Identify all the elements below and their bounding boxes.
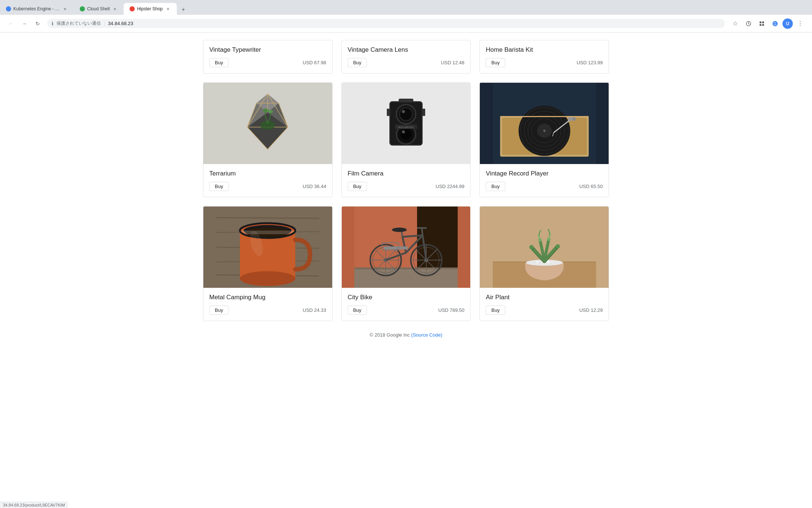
product-name-vintage-typewriter: Vintage Typewriter <box>209 46 326 54</box>
product-info-mug: Metal Camping Mug Buy USD 24.33 <box>203 288 332 321</box>
url-text: 34.84.68.23 <box>108 21 133 26</box>
svg-point-21 <box>263 109 269 112</box>
tab-close-shop[interactable]: ✕ <box>165 6 171 12</box>
product-name-terrarium: Terrarium <box>209 170 326 177</box>
product-footer-plant: Buy USD 12.29 <box>486 306 603 315</box>
svg-point-107 <box>539 262 541 264</box>
back-button[interactable]: ← <box>6 18 16 29</box>
buy-button-home-barista-kit[interactable]: Buy <box>486 58 505 67</box>
price-home-barista-kit: USD 123.99 <box>577 60 603 65</box>
tab-title-shop: Hipster Shop <box>137 6 162 11</box>
svg-text:ROLLEIFLEX: ROLLEIFLEX <box>398 126 414 129</box>
product-card-vintage-typewriter: Vintage Typewriter Buy USD 67.98 <box>203 40 333 74</box>
tab-title-k8s: Kubernetes Engine - My Proje... <box>13 6 60 11</box>
svg-point-110 <box>529 245 534 249</box>
page-content: Vintage Typewriter Buy USD 67.98 Vintage… <box>0 33 812 508</box>
copyright-text: © 2018 Google Inc <box>370 332 410 338</box>
product-name-mug: Metal Camping Mug <box>209 294 326 301</box>
extension-button-3[interactable]: G <box>769 18 781 30</box>
product-card-metal-camping-mug: Metal Camping Mug Buy USD 24.33 <box>203 206 333 321</box>
tab-hipster-shop[interactable]: Hipster Shop ✕ <box>124 3 176 15</box>
menu-button[interactable]: ⋮ <box>794 18 806 30</box>
svg-rect-71 <box>354 267 458 288</box>
air-plant-image <box>493 207 596 288</box>
tab-title-cloud: Cloud Shell <box>87 6 110 11</box>
product-footer-vintage-camera-lens: Buy USD 12.48 <box>348 58 465 67</box>
source-code-link[interactable]: (Source Code) <box>411 332 443 338</box>
buy-button-plant[interactable]: Buy <box>486 306 505 315</box>
product-name-vintage-camera-lens: Vintage Camera Lens <box>348 46 465 54</box>
buy-button-vintage-typewriter[interactable]: Buy <box>209 58 228 67</box>
svg-rect-36 <box>423 109 425 116</box>
product-footer-record-player: Buy USD 65.50 <box>486 182 603 191</box>
product-info-record-player: Vintage Record Player Buy USD 65.50 <box>480 164 609 197</box>
tab-close-k8s[interactable]: ✕ <box>62 6 68 12</box>
product-footer-mug: Buy USD 24.33 <box>209 306 326 315</box>
bookmark-button[interactable]: ☆ <box>729 18 741 30</box>
svg-point-49 <box>543 130 546 132</box>
product-info-home-barista-kit: Home Barista Kit Buy USD 123.99 <box>480 40 609 73</box>
tab-favicon-cloud <box>80 6 85 11</box>
svg-point-63 <box>240 271 295 286</box>
extension-button-1[interactable] <box>743 18 754 30</box>
product-info-vintage-camera-lens: Vintage Camera Lens Buy USD 12.48 <box>342 40 471 73</box>
product-card-city-bike: City Bike Buy USD 789.50 <box>341 206 471 321</box>
extension-button-2[interactable] <box>756 18 768 30</box>
tab-kubernetes[interactable]: Kubernetes Engine - My Proje... ✕ <box>0 3 74 15</box>
nav-buttons: ← → ↻ <box>6 18 43 29</box>
product-info-film-camera: Film Camera Buy USD 2244.99 <box>342 164 471 197</box>
svg-point-22 <box>268 110 273 113</box>
product-name-film-camera: Film Camera <box>348 170 465 177</box>
svg-point-34 <box>402 130 405 133</box>
price-film-camera: USD 2244.99 <box>436 184 464 189</box>
product-card-air-plant: Air Plant Buy USD 12.29 <box>479 206 609 321</box>
product-name-plant: Air Plant <box>486 294 603 301</box>
tab-cloud-shell[interactable]: Cloud Shell ✕ <box>74 3 124 15</box>
buy-button-film-camera[interactable]: Buy <box>348 182 367 191</box>
svg-point-111 <box>555 244 560 249</box>
user-avatar[interactable]: U <box>782 18 793 29</box>
url-bar[interactable]: ℹ 保護されていない通信 | 34.84.68.23 <box>47 19 725 28</box>
product-info-plant: Air Plant Buy USD 12.29 <box>480 288 609 321</box>
reload-button[interactable]: ↻ <box>32 18 43 29</box>
status-url: 34.84.68.23/product/L9ECAV7KIM <box>3 503 65 507</box>
mug-image <box>216 207 319 288</box>
product-footer-home-barista-kit: Buy USD 123.99 <box>486 58 603 67</box>
film-camera-image: ROLLEIFLEX <box>369 86 443 160</box>
product-info-terrarium: Terrarium Buy USD 36.44 <box>203 164 332 197</box>
svg-point-103 <box>536 260 539 263</box>
svg-point-51 <box>568 117 572 121</box>
product-footer-bike: Buy USD 789.50 <box>348 306 465 315</box>
price-bike: USD 789.50 <box>438 307 465 313</box>
svg-point-93 <box>392 228 407 232</box>
product-footer-terrarium: Buy USD 36.44 <box>209 182 326 191</box>
buy-button-mug[interactable]: Buy <box>209 306 228 315</box>
svg-rect-3 <box>760 24 761 26</box>
product-info-vintage-typewriter: Vintage Typewriter Buy USD 67.98 <box>203 40 332 73</box>
price-record-player: USD 65.50 <box>579 184 603 189</box>
svg-point-52 <box>572 117 576 121</box>
product-image-container-bike <box>342 207 471 288</box>
tab-close-cloud[interactable]: ✕ <box>112 6 118 12</box>
security-icon: ℹ <box>52 21 54 26</box>
product-grid: Vintage Typewriter Buy USD 67.98 Vintage… <box>203 40 609 321</box>
price-vintage-typewriter: USD 67.98 <box>303 60 326 65</box>
svg-point-20 <box>260 121 275 130</box>
new-tab-button[interactable]: + <box>178 4 189 15</box>
product-image-container-mug <box>203 207 332 288</box>
forward-button[interactable]: → <box>19 18 30 29</box>
buy-button-record-player[interactable]: Buy <box>486 182 505 191</box>
browser-chrome: Kubernetes Engine - My Proje... ✕ Cloud … <box>0 0 812 33</box>
product-image-container-film-camera: ROLLEIFLEX <box>342 83 471 164</box>
status-bar: 34.84.68.23/product/L9ECAV7KIM <box>0 502 68 508</box>
svg-text:G: G <box>774 22 777 26</box>
svg-line-56 <box>216 218 319 218</box>
svg-line-94 <box>422 229 423 235</box>
svg-rect-96 <box>384 246 408 249</box>
buy-button-bike[interactable]: Buy <box>348 306 367 315</box>
price-plant: USD 12.29 <box>579 307 603 313</box>
buy-button-terrarium[interactable]: Buy <box>209 182 228 191</box>
svg-point-29 <box>402 110 405 113</box>
buy-button-vintage-camera-lens[interactable]: Buy <box>348 58 367 67</box>
svg-point-106 <box>551 261 554 263</box>
